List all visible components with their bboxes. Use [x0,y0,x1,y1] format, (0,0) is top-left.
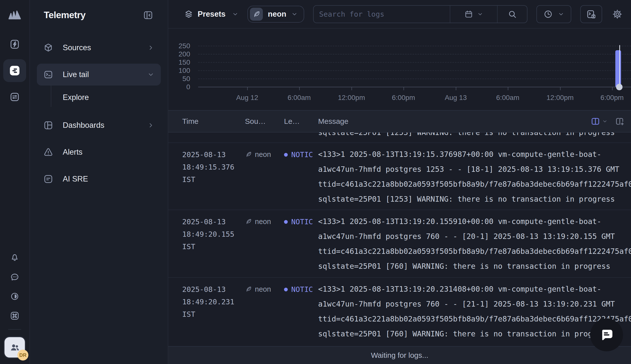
log-list[interactable]: sqlstate=25P01 [1253] WARNING: there is … [168,132,631,346]
source-select[interactable]: neon [247,6,304,23]
sidebar-item-label: Dashboards [63,121,104,130]
y-tick-label: 250 [168,42,190,50]
avatar[interactable]: DR [5,337,25,358]
x-tick [456,87,456,90]
x-tick [247,87,248,90]
time-range-button[interactable] [536,5,571,23]
x-tick-label: 12:00pm [547,94,574,102]
log-level: NOTIC [284,210,318,277]
axiom-logo[interactable] [8,10,22,20]
query-code-button[interactable] [580,5,602,23]
x-tick-label: Aug 12 [236,94,258,102]
sidebar-item-dashboards[interactable]: Dashboards [37,114,161,136]
x-tick [560,87,560,90]
theme-contrast-icon[interactable] [9,290,21,302]
log-source: neon [245,278,284,346]
dashboard-icon [43,120,53,130]
histogram-bar[interactable] [615,50,621,87]
level-label: NOTIC [291,218,313,226]
x-axis-line [198,87,631,87]
x-tick [508,87,508,90]
clipped-log-row[interactable]: sqlstate=25P01 [1253] WARNING: there is … [168,132,631,143]
waiting-status-text: Waiting for logs... [371,351,428,360]
y-tick-label: 0 [168,83,190,91]
add-column-button[interactable] [615,116,624,126]
layers-icon [184,10,193,19]
bell-icon[interactable] [9,252,21,264]
rail-nav [3,36,26,105]
log-source: neon [245,143,284,210]
y-tick-label: 150 [168,58,190,66]
chat-bubble-icon [599,327,614,342]
chevron-right-icon [147,44,154,51]
sidebar-item-explore[interactable]: Explore [37,86,161,110]
level-label: NOTIC [291,150,313,159]
sidebar-item-alerts[interactable]: Alerts [37,141,161,163]
command-menu-icon[interactable] [9,310,21,322]
rail-divider [8,329,21,330]
presets-button[interactable]: Presets [184,10,238,19]
sidebar-item-label: Alerts [63,148,82,157]
monitors-icon[interactable] [7,89,23,105]
log-row[interactable]: 2025-08-13 18:49:15.376 IST neon NOTIC <… [168,143,631,210]
tree-line [51,84,51,107]
search-input[interactable]: Search for logs [314,6,450,23]
search-icon [508,10,517,19]
x-tick-label: 12:00pm [338,94,365,102]
gridline [198,62,631,63]
level-dot [284,153,288,157]
search-bar-group: Search for logs [313,5,527,23]
column-header-message[interactable]: Message [318,117,631,126]
user-initials-badge[interactable]: DR [18,350,28,360]
live-cursor-dot [616,84,622,90]
gridline [198,70,631,71]
log-source: neon [245,210,284,277]
log-message: <133>1 2025-08-13T13:19:20.155910+00:00 … [318,210,631,277]
log-row[interactable]: 2025-08-13 18:49:20.155 IST neon NOTIC <… [168,210,631,278]
collapse-sidebar-icon[interactable] [143,10,153,20]
search-placeholder: Search for logs [319,10,384,18]
sidebar-item-sources[interactable]: Sources [37,37,161,59]
column-header-source[interactable]: Sou… [245,117,284,126]
y-tick-label: 200 [168,50,190,58]
log-message-line: sqlstate=25P01 [1253] WARNING: there is … [318,132,631,140]
x-tick-label: 6:00am [496,94,519,102]
app-window: DR Telemetry Sources [0,0,631,364]
flash-icon[interactable] [7,36,23,52]
calendar-dropdown-button[interactable] [450,6,497,23]
log-source-name: neon [255,218,271,226]
sidebar-item-ai-sre[interactable]: AI SRE [37,168,161,190]
stream-logs-icon[interactable] [3,59,26,82]
presets-label: Presets [198,10,225,19]
log-row[interactable]: 2025-08-13 18:49:20.231 IST neon NOTIC <… [168,278,631,346]
settings-gear-icon[interactable] [612,9,622,20]
x-tick-label: 6:00pm [392,94,415,102]
chat-fab-button[interactable] [590,318,623,351]
terminal-icon [43,70,53,80]
clock-icon [543,10,553,19]
log-level: NOTIC [284,278,318,346]
chat-icon[interactable] [9,271,21,283]
sidebar-item-label: Live tail [63,70,89,79]
column-header-time[interactable]: Time [182,117,245,126]
main-content: Presets neon Search for logs [168,0,631,364]
log-time: 2025-08-13 18:49:15.376 IST [182,143,245,210]
level-label: NOTIC [291,285,313,294]
column-layout-button[interactable] [591,116,607,126]
gridline [198,78,631,79]
histogram-chart[interactable]: 250 200 150 100 50 0 Aug 12 6:00am 12:00… [168,28,631,110]
level-dot [284,220,288,224]
x-tick [612,87,612,90]
log-message: <133>1 2025-08-13T13:19:20.231408+00:00 … [318,278,631,346]
level-dot [284,288,288,292]
source-select-value: neon [268,10,286,19]
column-header-level[interactable]: Le… [284,117,318,126]
sidebar-item-live-tail[interactable]: Live tail [37,64,161,86]
feather-source-icon [245,151,252,158]
chevron-down-icon [602,118,607,124]
feather-source-icon [245,218,252,225]
icon-rail: DR [0,0,30,364]
x-tick [404,87,404,90]
chevron-down-icon [291,11,298,18]
run-search-button[interactable] [498,6,527,23]
